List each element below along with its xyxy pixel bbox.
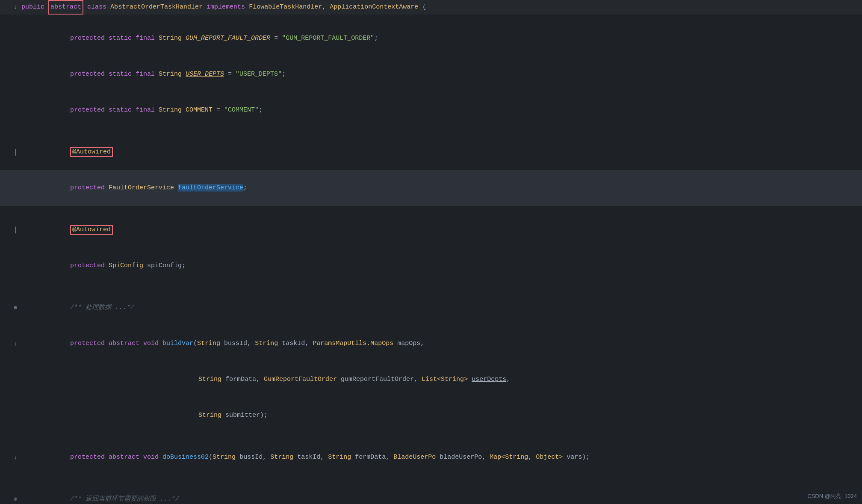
- kw-final-3: final: [136, 106, 159, 114]
- keyword-public: public: [21, 1, 48, 13]
- eq-3: =: [213, 106, 224, 114]
- type-list: List<String>: [422, 376, 472, 383]
- code-line-spi: protected SpiConfig spiConfig;: [0, 248, 862, 284]
- keyword-abstract-highlighted: abstract: [48, 0, 83, 15]
- type-blade: BladeUserPo: [393, 454, 440, 461]
- param-vars: vars);: [567, 454, 590, 461]
- kw-protected-bv: protected: [70, 340, 109, 347]
- kw-static-1: static: [109, 35, 136, 42]
- type-string-bvc1: String: [198, 376, 225, 383]
- semi-2: ;: [282, 71, 286, 78]
- watermark: CSDN @阿亮_1024: [802, 489, 862, 504]
- interface-1: FlowableTaskHandler: [249, 1, 322, 13]
- kw-final-1: final: [136, 35, 159, 42]
- kw-void-db: void: [143, 454, 162, 461]
- watermark-text: CSDN @阿亮_1024: [807, 493, 857, 499]
- code-line-fault-service: protected FaultOrderService faultOrderSe…: [0, 170, 862, 206]
- str-user-depts: "USER_DEPTS": [236, 71, 282, 78]
- kw-protected-1: protected: [70, 35, 109, 42]
- code-line-4: protected static final String USER_DEPTS…: [0, 56, 862, 92]
- param-formdata-db: formData,: [355, 454, 393, 461]
- type-gum: GumReportFaultOrder: [264, 376, 341, 383]
- semi-fs: ;: [243, 184, 247, 192]
- type-string-db3: String: [328, 454, 355, 461]
- kw-protected-fs: protected: [70, 184, 109, 192]
- kw-protected-2: protected: [70, 71, 109, 78]
- param-submitter-bv: submitter);: [225, 412, 268, 419]
- kw-protected-3: protected: [70, 106, 109, 114]
- type-string-db2: String: [270, 454, 297, 461]
- param-bussid-db: bussId,: [239, 454, 270, 461]
- field-spi: spiConfig: [147, 262, 182, 269]
- type-string-db1: String: [213, 454, 239, 461]
- code-line-buildvar-cont: String formData, GumReportFaultOrder gum…: [0, 362, 862, 398]
- comment-process-data: /** 处理数据 ...*/: [70, 304, 134, 311]
- keyword-class: class: [87, 1, 110, 13]
- param-bussid: bussId,: [224, 340, 255, 347]
- param-userdepts: userDepts: [472, 376, 506, 383]
- type-string-bv2: String: [255, 340, 282, 347]
- param-taskid: taskId,: [282, 340, 313, 347]
- code-line-autowired1: │ @Autowired: [0, 134, 862, 170]
- const-comment: COMMENT: [186, 106, 213, 114]
- code-line-buildvar-cont2: String submitter);: [0, 398, 862, 433]
- code-line-3: protected static final String GUM_REPORT…: [0, 21, 862, 56]
- code-line-blank-6: [0, 475, 862, 481]
- method-dobusiness: doBusiness02: [162, 454, 209, 461]
- str-gum-report: "GUM_REPORT_FAULT_ORDER": [282, 35, 374, 42]
- code-line-dobusiness: ↓ protected abstract void doBusiness02(S…: [0, 439, 862, 475]
- code-line-blank-5: [0, 433, 862, 439]
- field-fault-service-highlighted: faultOrderService: [178, 184, 243, 192]
- semi-spi: ;: [182, 262, 186, 269]
- code-line-buildvar: ↓ protected abstract void buildVar(Strin…: [0, 326, 862, 362]
- code-editor: ↓ public abstract class AbstractOrderTas…: [0, 0, 862, 504]
- eq-1: =: [270, 35, 282, 42]
- code-line-comment-1: ⊕ /** 处理数据 ...*/: [0, 290, 862, 326]
- param-taskid-db: taskId,: [297, 454, 328, 461]
- gutter-collapse-2: ⊕: [12, 493, 19, 504]
- brace: {: [418, 1, 426, 13]
- eq-2: =: [224, 71, 236, 78]
- comment-return-permission: /** 返回当前环节需要的权限 ...*/: [70, 495, 179, 503]
- type-string-bv1: String: [197, 340, 224, 347]
- kw-protected-db: protected: [70, 454, 109, 461]
- code-text: [83, 1, 87, 13]
- type-fault-service: FaultOrderService: [109, 184, 178, 192]
- kw-void-bv: void: [143, 340, 162, 347]
- interface-2: ApplicationContextAware: [330, 1, 418, 13]
- param-mapops: mapOps,: [397, 340, 424, 347]
- type-map-db: Map<String, Object>: [490, 454, 567, 461]
- param-formdata: formData,: [225, 376, 264, 383]
- code-line-1: ↓ public abstract class AbstractOrderTas…: [0, 0, 862, 15]
- keyword-implements: implements: [207, 1, 249, 13]
- param-blade: bladeUserPo,: [440, 454, 490, 461]
- code-line-comment-2: ⊕ /** 返回当前环节需要的权限 ...*/: [0, 481, 862, 504]
- const-gum-report: GUM_REPORT_FAULT_ORDER: [186, 35, 270, 42]
- kw-abstract-bv: abstract: [109, 340, 143, 347]
- comma-bvc: ,: [506, 376, 510, 383]
- paren-db: (: [209, 454, 213, 461]
- semi-1: ;: [374, 35, 378, 42]
- type-spi: SpiConfig: [109, 262, 147, 269]
- annotation-autowired-2: @Autowired: [70, 225, 113, 235]
- kw-protected-spi: protected: [70, 262, 109, 269]
- kw-static-2: static: [109, 71, 136, 78]
- type-params: ParamsMapUtils.MapOps: [313, 340, 397, 347]
- gutter-bar-2: │: [12, 224, 19, 236]
- kw-final-2: final: [136, 71, 159, 78]
- type-string-bvc2: String: [198, 412, 225, 419]
- method-buildvar: buildVar: [162, 340, 193, 347]
- class-name: AbstractOrderTaskHandler: [110, 1, 207, 13]
- paren-bv: (: [193, 340, 197, 347]
- type-string-3: String: [159, 106, 186, 114]
- gutter-bar-1: │: [12, 146, 19, 158]
- code-line-autowired2: │ @Autowired: [0, 212, 862, 248]
- gutter-arrow-db: ↓: [12, 451, 19, 463]
- str-comment: "COMMENT": [224, 106, 259, 114]
- semi-3: ;: [259, 106, 263, 114]
- param-gum: gumReportFaultOrder,: [341, 376, 422, 383]
- annotation-autowired-1: @Autowired: [70, 147, 113, 157]
- code-line-blank-3: [0, 206, 862, 212]
- gutter-arrow-1: ↓: [12, 1, 19, 13]
- code-line-blank-2: [0, 128, 862, 134]
